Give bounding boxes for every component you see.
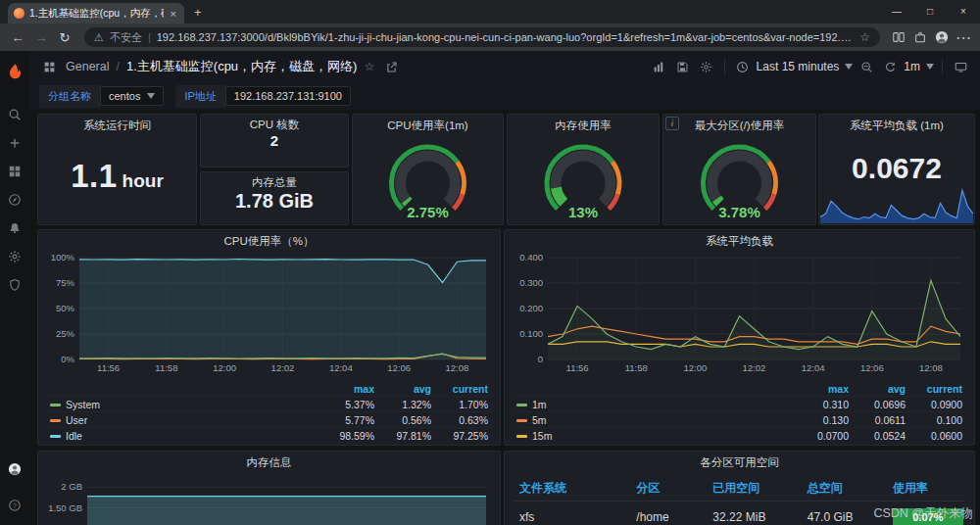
url-text[interactable]: 192.168.237.137:3000/d/Bkl9bBYik/1-zhu-j… <box>157 31 855 43</box>
dashboard-canvas: 系统运行时间 1.1 hour CPU 核数 2 内存总量 1.78 GiB C… <box>29 110 980 525</box>
server-admin-shield-icon[interactable] <box>0 270 29 299</box>
user-avatar[interactable] <box>0 454 29 483</box>
svg-text:11:56: 11:56 <box>566 362 589 373</box>
tab-close-icon[interactable]: × <box>169 8 178 20</box>
variable-node: IP地址 192.168.237.131:9100 <box>175 85 351 108</box>
legend-header-row: max avg current <box>513 381 966 397</box>
time-range-picker[interactable]: Last 15 minutes <box>757 60 840 73</box>
legend-header-current[interactable]: current <box>435 381 492 397</box>
minimize-button[interactable]: — <box>880 0 913 24</box>
legend-header-avg[interactable]: avg <box>853 381 909 397</box>
panel-title[interactable]: 内存信息 <box>38 452 500 473</box>
close-button[interactable]: × <box>947 0 980 24</box>
not-secure-label[interactable]: 不安全 <box>110 30 142 45</box>
panel-title[interactable]: 内存总量 <box>201 172 348 190</box>
alerting-bell-icon[interactable] <box>0 214 29 242</box>
series-swatch <box>516 435 527 438</box>
svg-text:0.300: 0.300 <box>519 277 543 288</box>
panel-title[interactable]: CPU使用率（%） <box>38 230 500 252</box>
bookmark-star-icon[interactable]: ☆ <box>859 30 870 44</box>
mem-total-value: 1.78 GiB <box>201 190 348 213</box>
toolbar-divider <box>724 59 725 74</box>
legend-header-max[interactable]: max <box>321 381 378 397</box>
legend-header-current[interactable]: current <box>909 381 966 397</box>
favorite-star-icon[interactable]: ☆ <box>364 60 374 73</box>
series-name[interactable]: User <box>66 414 87 426</box>
variable-value-dropdown[interactable]: centos <box>100 86 164 106</box>
dashboards-icon[interactable] <box>0 157 29 185</box>
variable-value-text: centos <box>109 90 140 102</box>
panel-load-stat: 系统平均负载 (1m) 0.0672 <box>818 114 975 225</box>
legend-row: System 5.37% 1.32% 1.70% <box>46 397 492 412</box>
variable-value-dropdown[interactable]: 192.168.237.131:9100 <box>225 86 351 106</box>
share-icon[interactable] <box>381 57 401 76</box>
refresh-interval-dropdown[interactable]: 1m <box>904 60 920 73</box>
variable-label: IP地址 <box>175 85 224 108</box>
url-bar[interactable]: ⚠ 不安全 | 192.168.237.137:3000/d/Bkl9bBYik… <box>84 27 880 47</box>
explore-compass-icon[interactable] <box>0 185 29 214</box>
series-name[interactable]: Idle <box>66 430 82 442</box>
legend-header-avg[interactable]: avg <box>378 381 435 397</box>
profile-avatar[interactable] <box>931 26 953 48</box>
legend-row: User 5.77% 0.56% 0.63% <box>46 412 492 428</box>
panel-title[interactable]: 系统平均负载 <box>505 230 974 252</box>
breadcrumb-folder[interactable]: General <box>66 60 109 73</box>
browser-tab[interactable]: 1.主机基础监控(cpu，内存，磁... × <box>8 3 184 24</box>
system-load-chart[interactable]: 00.1000.2000.3000.40011:5611:5812:0012:0… <box>509 252 968 375</box>
back-button[interactable]: ← <box>6 30 29 45</box>
maximize-button[interactable]: □ <box>913 0 947 24</box>
series-swatch <box>50 404 61 406</box>
memory-info-chart[interactable]: 2 GB1.50 GB1 GB <box>42 473 494 525</box>
zoom-out-icon[interactable] <box>857 57 876 76</box>
series-name[interactable]: 15m <box>532 430 552 442</box>
not-secure-warning-icon: ⚠ <box>94 31 104 44</box>
load-sparkline-chart <box>820 186 973 223</box>
grafana-sidebar: ? <box>0 51 29 525</box>
refresh-icon[interactable] <box>880 57 900 76</box>
configuration-gear-icon[interactable] <box>0 242 29 270</box>
svg-text:50%: 50% <box>56 303 75 313</box>
series-name[interactable]: 5m <box>532 414 547 426</box>
dashboard-settings-gear-icon[interactable] <box>697 57 716 76</box>
save-dashboard-icon[interactable] <box>673 57 693 76</box>
svg-text:0.400: 0.400 <box>519 252 543 262</box>
dashboard-title[interactable]: 1.主机基础监控(cpu，内存，磁盘，网络) <box>126 58 357 75</box>
panel-title[interactable]: 系统运行时间 <box>38 115 196 136</box>
split-screen-icon[interactable] <box>888 26 909 48</box>
cpu-usage-chart[interactable]: 0%25%50%75%100%11:5611:5812:0012:0212:04… <box>42 252 494 375</box>
col-partition[interactable]: 分区 <box>631 476 708 501</box>
create-plus-icon[interactable] <box>0 128 29 157</box>
series-name[interactable]: System <box>66 399 100 410</box>
legend-header-max[interactable]: max <box>796 381 853 397</box>
search-icon[interactable] <box>0 100 29 128</box>
cpu-usage-value: 2.75% <box>353 204 503 220</box>
reload-button[interactable]: ↻ <box>53 30 76 45</box>
new-tab-button[interactable]: + <box>194 5 202 20</box>
svg-text:25%: 25% <box>56 328 75 339</box>
help-icon[interactable]: ? <box>0 491 29 519</box>
col-used[interactable]: 已用空间 <box>708 476 802 501</box>
panel-title[interactable]: 系统平均负载 (1m) <box>819 115 974 136</box>
dashboard-grid-icon <box>39 57 59 76</box>
panel-title[interactable]: CPU使用率(1m) <box>353 115 503 136</box>
load-chart-legend: max avg current 1m 0.310 0.0696 0.0900 5… <box>513 381 966 443</box>
grafana-logo-icon[interactable] <box>0 58 29 86</box>
series-name[interactable]: 1m <box>532 399 547 410</box>
add-panel-icon[interactable] <box>650 57 669 76</box>
svg-text:2 GB: 2 GB <box>61 481 82 492</box>
forward-button[interactable]: → <box>29 30 53 45</box>
col-filesystem[interactable]: 文件系统 <box>514 476 631 501</box>
col-usage[interactable]: 使用率 <box>888 476 964 501</box>
col-total[interactable]: 总空间 <box>803 476 888 501</box>
tv-mode-icon[interactable] <box>951 57 970 76</box>
browser-menu-icon[interactable]: ⋯ <box>953 26 974 48</box>
panel-info-icon[interactable]: i <box>665 117 679 130</box>
mem-usage-value: 13% <box>508 204 659 220</box>
panel-title[interactable]: 内存使用率 <box>508 115 659 136</box>
panel-title[interactable]: CPU 核数 <box>201 115 348 132</box>
panel-title[interactable]: 最大分区(/)使用率 <box>663 115 815 136</box>
panel-title[interactable]: 各分区可用空间 <box>505 452 974 473</box>
grafana-topnav: General / 1.主机基础监控(cpu，内存，磁盘，网络) ☆ Last … <box>29 51 980 82</box>
svg-text:75%: 75% <box>56 277 75 288</box>
extensions-icon[interactable] <box>909 26 931 48</box>
